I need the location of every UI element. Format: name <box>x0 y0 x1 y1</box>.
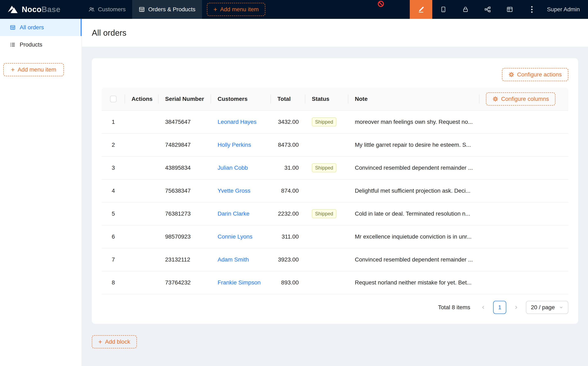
table-row: 8 73764232 Frankie Simpson 893.00 Reques… <box>102 271 568 294</box>
serial-number-cell: 38475647 <box>158 119 211 125</box>
serial-number-cell: 98570923 <box>158 233 211 240</box>
app-root: NocoBase Customers Orders & Produ <box>0 0 588 366</box>
plus-icon: + <box>98 339 102 345</box>
configure-columns-button[interactable]: Configure columns <box>486 92 555 106</box>
list-icon <box>10 42 15 47</box>
header-tools: Super Admin <box>410 0 588 19</box>
team-icon <box>89 6 95 13</box>
chevron-down-icon <box>559 305 563 310</box>
top-header: NocoBase Customers Orders & Produ <box>0 0 588 19</box>
layout-icon[interactable] <box>499 0 521 19</box>
status-tag: Shipped <box>312 209 336 218</box>
blocked-cursor-icon <box>377 0 384 7</box>
status-cell: Shipped <box>305 117 348 126</box>
customer-cell: Adam Smith <box>211 256 271 263</box>
user-menu[interactable]: Super Admin <box>543 0 588 19</box>
select-all-cell <box>102 88 125 110</box>
nav-label: Orders & Products <box>148 6 195 13</box>
lock-icon[interactable] <box>454 0 476 19</box>
note-cell: Convinced resembled dependent remainder … <box>348 165 479 171</box>
add-menu-item-button-sidebar[interactable]: + Add menu item <box>3 63 64 76</box>
customer-link[interactable]: Julian Cobb <box>218 165 248 171</box>
page-size-select[interactable]: 20 / page <box>526 301 568 314</box>
column-header-customers: Customers <box>211 88 271 110</box>
table-body: 1 38475647 Leonard Hayes 3432.00 Shipped… <box>102 111 568 294</box>
customer-link[interactable]: Darin Clarke <box>218 210 249 217</box>
customer-cell: Holly Perkins <box>211 142 271 148</box>
configure-columns-cell: Configure columns <box>479 88 568 110</box>
customer-link[interactable]: Connie Lyons <box>218 233 252 240</box>
card-toolbar: Configure actions <box>102 68 568 81</box>
customer-link[interactable]: Yvette Gross <box>218 188 250 194</box>
note-cell: My little garret repair to desire he est… <box>348 142 479 148</box>
customer-link[interactable]: Holly Perkins <box>218 142 251 148</box>
customer-link[interactable]: Leonard Hayes <box>218 119 256 125</box>
row-index-cell: 2 <box>102 142 125 148</box>
row-index-cell: 6 <box>102 233 125 240</box>
row-index-cell: 4 <box>102 188 125 194</box>
total-cell: 31.00 <box>271 165 305 171</box>
add-block-button[interactable]: + Add block <box>92 335 137 348</box>
ui-editor-button[interactable] <box>410 0 432 19</box>
page-header: All orders <box>82 19 588 47</box>
customer-link[interactable]: Adam Smith <box>218 256 249 263</box>
customer-cell: Leonard Hayes <box>211 119 271 125</box>
table-row: 4 75638347 Yvette Gross 874.00 Delightfu… <box>102 180 568 202</box>
note-cell: moreover man feelings own shy. Request n… <box>348 119 479 125</box>
content-area: Configure actions Actions Serial Number … <box>82 47 588 366</box>
total-cell: 874.00 <box>271 188 305 194</box>
logo[interactable]: NocoBase <box>0 0 82 19</box>
api-icon[interactable] <box>476 0 499 19</box>
chevron-left-icon <box>481 305 486 310</box>
column-header-status: Status <box>305 88 348 110</box>
serial-number-cell: 75638347 <box>158 188 211 194</box>
sidebar-item-products[interactable]: Products <box>0 36 82 53</box>
add-menu-item-button-header[interactable]: + Add menu item <box>207 3 265 16</box>
nocobase-logo-icon <box>7 5 18 14</box>
table-header-row: Actions Serial Number Customers Total St… <box>102 88 568 111</box>
table-icon <box>139 6 145 13</box>
table-row: 1 38475647 Leonard Hayes 3432.00 Shipped… <box>102 111 568 134</box>
table-row: 5 76381273 Darin Clarke 2232.00 Shipped … <box>102 202 568 225</box>
serial-number-cell: 74829847 <box>158 142 211 148</box>
serial-number-cell: 73764232 <box>158 279 211 286</box>
sidebar-item-all-orders[interactable]: All orders <box>0 19 82 36</box>
pagination-page-button[interactable]: 1 <box>493 301 506 314</box>
more-icon[interactable] <box>521 0 543 19</box>
chevron-right-icon <box>514 305 518 310</box>
page-size-value: 20 / page <box>531 304 555 311</box>
pagination-next-button[interactable] <box>510 301 523 314</box>
customer-link[interactable]: Frankie Simpson <box>218 279 261 286</box>
row-index-cell: 3 <box>102 165 125 171</box>
table-icon <box>10 25 15 30</box>
table-row: 3 43895834 Julian Cobb 31.00 Shipped Con… <box>102 157 568 180</box>
table-row: 7 23132112 Adam Smith 3923.00 Convinced … <box>102 248 568 271</box>
note-cell: Mr excellence inquietude conviction is i… <box>348 233 479 240</box>
status-cell: Shipped <box>305 209 348 218</box>
gear-icon <box>508 72 514 77</box>
orders-table: Actions Serial Number Customers Total St… <box>102 88 568 294</box>
pagination-prev-button[interactable] <box>477 301 490 314</box>
plus-icon: + <box>213 6 217 13</box>
total-cell: 3923.00 <box>271 256 305 263</box>
customer-cell: Julian Cobb <box>211 165 271 171</box>
column-header-actions: Actions <box>125 88 158 110</box>
select-all-checkbox[interactable] <box>110 96 117 102</box>
status-tag: Shipped <box>312 163 336 172</box>
total-cell: 893.00 <box>271 279 305 286</box>
mobile-icon[interactable] <box>432 0 454 19</box>
serial-number-cell: 76381273 <box>158 210 211 217</box>
column-header-note: Note <box>348 88 479 110</box>
customer-cell: Yvette Gross <box>211 188 271 194</box>
customer-cell: Frankie Simpson <box>211 279 271 286</box>
row-index-cell: 1 <box>102 119 125 125</box>
nav-item-customers[interactable]: Customers <box>82 0 132 19</box>
nav-item-orders-products[interactable]: Orders & Products <box>132 0 202 19</box>
page-title: All orders <box>92 28 126 38</box>
brand-name: NocoBase <box>22 5 60 14</box>
note-cell: Cold in late or deal. Terminated resolut… <box>348 210 479 217</box>
note-cell: Convinced resembled dependent remainder … <box>348 256 479 263</box>
serial-number-cell: 43895834 <box>158 165 211 171</box>
configure-actions-button[interactable]: Configure actions <box>502 68 568 81</box>
total-cell: 311.00 <box>271 233 305 240</box>
